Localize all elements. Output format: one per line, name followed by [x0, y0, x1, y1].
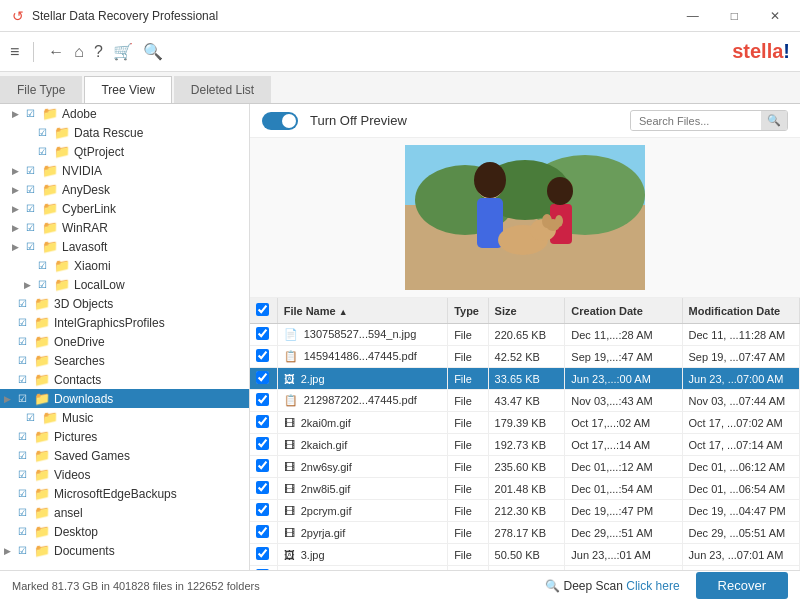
row-type-cell: File: [448, 412, 488, 434]
menu-icon[interactable]: ≡: [10, 43, 19, 61]
row-name-cell: 🎞 2nw6sy.gif: [277, 456, 447, 478]
tree-item-music[interactable]: ☑ 📁 Music: [0, 408, 249, 427]
chevron-icon: ▶: [12, 242, 26, 252]
table-row[interactable]: 📋 212987202...47445.pdf File 43.47 KB No…: [250, 390, 800, 412]
table-row[interactable]: 🖼 3.jpg File 50.50 KB Jun 23,...:01 AM J…: [250, 544, 800, 566]
table-row[interactable]: 🎞 2pcrym.gif File 212.30 KB Dec 19,...:4…: [250, 500, 800, 522]
check-icon: ☑: [18, 298, 32, 309]
sort-arrow-icon: ▲: [339, 307, 348, 317]
tab-file-type[interactable]: File Type: [0, 76, 82, 103]
check-icon: ☑: [18, 545, 32, 556]
help-icon[interactable]: ?: [94, 43, 103, 61]
check-icon: ☑: [18, 526, 32, 537]
close-button[interactable]: ✕: [762, 7, 788, 25]
table-row[interactable]: 🎞 2kai0m.gif File 179.39 KB Oct 17,...:0…: [250, 412, 800, 434]
folder-icon: 📁: [54, 125, 70, 140]
row-checkbox[interactable]: [256, 349, 269, 362]
tree-item-msedge-backups[interactable]: ☑ 📁 MicrosoftEdgeBackups: [0, 484, 249, 503]
back-icon[interactable]: ←: [48, 43, 64, 61]
folder-icon: 📁: [34, 543, 50, 558]
row-name-cell: 🎬 30s.mp4: [277, 566, 447, 571]
tab-bar: File Type Tree View Deleted List: [0, 72, 800, 104]
recover-button[interactable]: Recover: [696, 572, 788, 599]
row-checkbox[interactable]: [256, 503, 269, 516]
row-filename: 2nw8i5.gif: [301, 483, 351, 495]
tree-item-onedrive[interactable]: ☑ 📁 OneDrive: [0, 332, 249, 351]
row-modified-cell: Dec 11, ...11:28 AM: [682, 324, 799, 346]
row-checkbox[interactable]: [256, 547, 269, 560]
settings-icon[interactable]: 🔍: [143, 42, 163, 61]
table-row[interactable]: 📋 145941486...47445.pdf File 42.52 KB Se…: [250, 346, 800, 368]
tree-item-locallow[interactable]: ▶ ☑ 📁 LocalLow: [0, 275, 249, 294]
row-checkbox[interactable]: [256, 327, 269, 340]
tree-item-cyberlink[interactable]: ▶ ☑ 📁 CyberLink: [0, 199, 249, 218]
bottom-actions: 🔍 Deep Scan Click here Recover: [545, 572, 788, 599]
table-row[interactable]: 🎞 2kaich.gif File 192.73 KB Oct 17,...:1…: [250, 434, 800, 456]
home-icon[interactable]: ⌂: [74, 43, 84, 61]
file-type-icon: 🎞: [284, 439, 295, 451]
tree-item-videos[interactable]: ☑ 📁 Videos: [0, 465, 249, 484]
tree-item-documents[interactable]: ▶ ☑ 📁 Documents: [0, 541, 249, 560]
tab-deleted-list[interactable]: Deleted List: [174, 76, 271, 103]
row-check-cell: [250, 390, 277, 412]
tree-item-saved-games[interactable]: ☑ 📁 Saved Games: [0, 446, 249, 465]
col-header-modified[interactable]: Modification Date: [682, 298, 799, 324]
table-row[interactable]: 🎞 2nw6sy.gif File 235.60 KB Dec 01,...:1…: [250, 456, 800, 478]
tree-item-intelgraphics[interactable]: ☑ 📁 IntelGraphicsProfiles: [0, 313, 249, 332]
minimize-button[interactable]: —: [679, 7, 707, 25]
tree-item-downloads[interactable]: ▶ ☑ 📁 Downloads: [0, 389, 249, 408]
col-header-size[interactable]: Size: [488, 298, 565, 324]
tree-item-winrar[interactable]: ▶ ☑ 📁 WinRAR: [0, 218, 249, 237]
row-created-cell: Jun 23,...:01 AM: [565, 544, 682, 566]
tree-item-qtproject[interactable]: ☑ 📁 QtProject: [0, 142, 249, 161]
table-row[interactable]: 🖼 2.jpg File 33.65 KB Jun 23,...:00 AM J…: [250, 368, 800, 390]
table-row[interactable]: 🎞 2pyrja.gif File 278.17 KB Dec 29,...:5…: [250, 522, 800, 544]
col-header-type[interactable]: Type: [448, 298, 488, 324]
tree-item-adobe[interactable]: ▶ ☑ 📁 Adobe: [0, 104, 249, 123]
row-checkbox[interactable]: [256, 371, 269, 384]
search-input[interactable]: [631, 112, 761, 130]
folder-icon: 📁: [42, 220, 58, 235]
tree-item-anydesk[interactable]: ▶ ☑ 📁 AnyDesk: [0, 180, 249, 199]
tree-item-xiaomi[interactable]: ☑ 📁 Xiaomi: [0, 256, 249, 275]
cart-icon[interactable]: 🛒: [113, 42, 133, 61]
file-type-icon: 🎞: [284, 417, 295, 429]
maximize-button[interactable]: □: [723, 7, 746, 25]
tree-item-ansel[interactable]: ☑ 📁 ansel: [0, 503, 249, 522]
check-icon: ☑: [26, 203, 40, 214]
row-modified-cell: Dec 01, ...06:12 AM: [682, 456, 799, 478]
row-checkbox[interactable]: [256, 525, 269, 538]
folder-icon: 📁: [54, 258, 70, 273]
row-checkbox[interactable]: [256, 481, 269, 494]
app-icon: ↺: [12, 8, 24, 24]
search-button[interactable]: 🔍: [761, 111, 787, 130]
tree-item-nvidia[interactable]: ▶ ☑ 📁 NVIDIA: [0, 161, 249, 180]
row-checkbox[interactable]: [256, 459, 269, 472]
tree-item-label: OneDrive: [54, 335, 105, 349]
tree-item-desktop[interactable]: ☑ 📁 Desktop: [0, 522, 249, 541]
chevron-icon: ▶: [12, 204, 26, 214]
row-checkbox[interactable]: [256, 569, 269, 570]
preview-toggle[interactable]: [262, 112, 298, 130]
col-header-created[interactable]: Creation Date: [565, 298, 682, 324]
status-text: Marked 81.73 GB in 401828 files in 12265…: [12, 580, 260, 592]
row-checkbox[interactable]: [256, 415, 269, 428]
table-row[interactable]: 🎞 2nw8i5.gif File 201.48 KB Dec 01,...:5…: [250, 478, 800, 500]
folder-icon: 📁: [34, 334, 50, 349]
deep-scan-link[interactable]: Click here: [626, 579, 679, 593]
tree-item-3dobjects[interactable]: ☑ 📁 3D Objects: [0, 294, 249, 313]
select-all-checkbox[interactable]: [256, 303, 269, 316]
tree-item-pictures[interactable]: ☑ 📁 Pictures: [0, 427, 249, 446]
tree-item-searches[interactable]: ☑ 📁 Searches: [0, 351, 249, 370]
tab-tree-view[interactable]: Tree View: [84, 76, 171, 103]
row-checkbox[interactable]: [256, 393, 269, 406]
tree-item-data-rescue[interactable]: ☑ 📁 Data Rescue: [0, 123, 249, 142]
tree-item-lavasoft[interactable]: ▶ ☑ 📁 Lavasoft: [0, 237, 249, 256]
tree-item-contacts[interactable]: ☑ 📁 Contacts: [0, 370, 249, 389]
row-checkbox[interactable]: [256, 437, 269, 450]
row-type-cell: File: [448, 324, 488, 346]
col-header-check[interactable]: [250, 298, 277, 324]
table-row[interactable]: 📄 130758527...594_n.jpg File 220.65 KB D…: [250, 324, 800, 346]
col-header-name[interactable]: File Name ▲: [277, 298, 447, 324]
table-row[interactable]: 🎬 30s.mp4 File 12.12 MB Dec 17,...:59 AM…: [250, 566, 800, 571]
